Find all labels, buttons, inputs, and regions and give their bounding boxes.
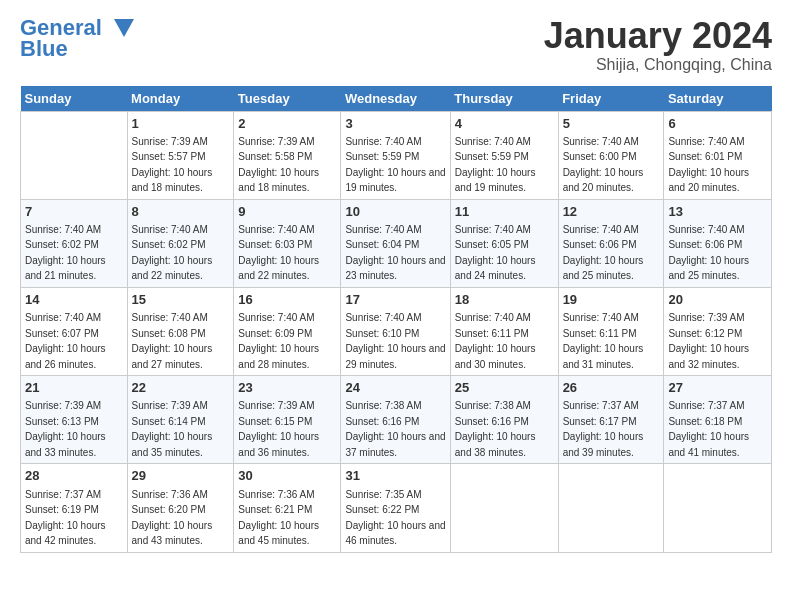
day-cell: 22Sunrise: 7:39 AMSunset: 6:14 PMDayligh… xyxy=(127,376,234,464)
day-cell: 15Sunrise: 7:40 AMSunset: 6:08 PMDayligh… xyxy=(127,287,234,375)
day-cell: 25Sunrise: 7:38 AMSunset: 6:16 PMDayligh… xyxy=(450,376,558,464)
day-info: Sunrise: 7:40 AMSunset: 6:10 PMDaylight:… xyxy=(345,312,445,370)
day-info: Sunrise: 7:38 AMSunset: 6:16 PMDaylight:… xyxy=(345,400,445,458)
day-cell: 19Sunrise: 7:40 AMSunset: 6:11 PMDayligh… xyxy=(558,287,664,375)
day-cell: 30Sunrise: 7:36 AMSunset: 6:21 PMDayligh… xyxy=(234,464,341,552)
day-cell: 5Sunrise: 7:40 AMSunset: 6:00 PMDaylight… xyxy=(558,111,664,199)
day-number: 31 xyxy=(345,467,445,485)
day-info: Sunrise: 7:39 AMSunset: 6:15 PMDaylight:… xyxy=(238,400,319,458)
day-number: 29 xyxy=(132,467,230,485)
day-number: 17 xyxy=(345,291,445,309)
day-number: 8 xyxy=(132,203,230,221)
week-row-1: 7Sunrise: 7:40 AMSunset: 6:02 PMDaylight… xyxy=(21,199,772,287)
day-cell: 31Sunrise: 7:35 AMSunset: 6:22 PMDayligh… xyxy=(341,464,450,552)
page-container: General Blue January 2024 Shijia, Chongq… xyxy=(0,0,792,563)
day-number: 23 xyxy=(238,379,336,397)
day-cell: 7Sunrise: 7:40 AMSunset: 6:02 PMDaylight… xyxy=(21,199,128,287)
svg-marker-0 xyxy=(114,19,134,37)
day-cell: 20Sunrise: 7:39 AMSunset: 6:12 PMDayligh… xyxy=(664,287,772,375)
week-row-2: 14Sunrise: 7:40 AMSunset: 6:07 PMDayligh… xyxy=(21,287,772,375)
day-number: 11 xyxy=(455,203,554,221)
day-info: Sunrise: 7:40 AMSunset: 5:59 PMDaylight:… xyxy=(345,136,445,194)
day-cell: 11Sunrise: 7:40 AMSunset: 6:05 PMDayligh… xyxy=(450,199,558,287)
day-number: 4 xyxy=(455,115,554,133)
day-number: 30 xyxy=(238,467,336,485)
day-cell: 16Sunrise: 7:40 AMSunset: 6:09 PMDayligh… xyxy=(234,287,341,375)
day-number: 16 xyxy=(238,291,336,309)
header-cell-thursday: Thursday xyxy=(450,86,558,112)
day-cell xyxy=(558,464,664,552)
day-info: Sunrise: 7:40 AMSunset: 6:11 PMDaylight:… xyxy=(455,312,536,370)
day-number: 18 xyxy=(455,291,554,309)
week-row-4: 28Sunrise: 7:37 AMSunset: 6:19 PMDayligh… xyxy=(21,464,772,552)
day-cell: 2Sunrise: 7:39 AMSunset: 5:58 PMDaylight… xyxy=(234,111,341,199)
day-info: Sunrise: 7:37 AMSunset: 6:17 PMDaylight:… xyxy=(563,400,644,458)
day-info: Sunrise: 7:36 AMSunset: 6:21 PMDaylight:… xyxy=(238,489,319,547)
day-cell: 3Sunrise: 7:40 AMSunset: 5:59 PMDaylight… xyxy=(341,111,450,199)
day-cell: 6Sunrise: 7:40 AMSunset: 6:01 PMDaylight… xyxy=(664,111,772,199)
day-cell: 18Sunrise: 7:40 AMSunset: 6:11 PMDayligh… xyxy=(450,287,558,375)
day-cell: 21Sunrise: 7:39 AMSunset: 6:13 PMDayligh… xyxy=(21,376,128,464)
day-info: Sunrise: 7:40 AMSunset: 6:06 PMDaylight:… xyxy=(563,224,644,282)
day-info: Sunrise: 7:40 AMSunset: 6:05 PMDaylight:… xyxy=(455,224,536,282)
day-info: Sunrise: 7:40 AMSunset: 6:06 PMDaylight:… xyxy=(668,224,749,282)
day-cell: 10Sunrise: 7:40 AMSunset: 6:04 PMDayligh… xyxy=(341,199,450,287)
day-number: 20 xyxy=(668,291,767,309)
title-block: January 2024 Shijia, Chongqing, China xyxy=(544,16,772,74)
day-cell: 12Sunrise: 7:40 AMSunset: 6:06 PMDayligh… xyxy=(558,199,664,287)
logo-icon xyxy=(106,17,134,39)
day-cell: 26Sunrise: 7:37 AMSunset: 6:17 PMDayligh… xyxy=(558,376,664,464)
day-number: 12 xyxy=(563,203,660,221)
week-row-0: 1Sunrise: 7:39 AMSunset: 5:57 PMDaylight… xyxy=(21,111,772,199)
logo: General Blue xyxy=(20,16,134,62)
day-cell: 29Sunrise: 7:36 AMSunset: 6:20 PMDayligh… xyxy=(127,464,234,552)
day-number: 22 xyxy=(132,379,230,397)
day-number: 9 xyxy=(238,203,336,221)
week-row-3: 21Sunrise: 7:39 AMSunset: 6:13 PMDayligh… xyxy=(21,376,772,464)
day-number: 26 xyxy=(563,379,660,397)
day-cell xyxy=(664,464,772,552)
day-cell: 4Sunrise: 7:40 AMSunset: 5:59 PMDaylight… xyxy=(450,111,558,199)
day-cell: 1Sunrise: 7:39 AMSunset: 5:57 PMDaylight… xyxy=(127,111,234,199)
day-number: 7 xyxy=(25,203,123,221)
day-number: 24 xyxy=(345,379,445,397)
day-info: Sunrise: 7:38 AMSunset: 6:16 PMDaylight:… xyxy=(455,400,536,458)
day-cell: 8Sunrise: 7:40 AMSunset: 6:02 PMDaylight… xyxy=(127,199,234,287)
day-info: Sunrise: 7:36 AMSunset: 6:20 PMDaylight:… xyxy=(132,489,213,547)
day-info: Sunrise: 7:39 AMSunset: 6:14 PMDaylight:… xyxy=(132,400,213,458)
page-header: General Blue January 2024 Shijia, Chongq… xyxy=(20,16,772,74)
day-info: Sunrise: 7:40 AMSunset: 6:08 PMDaylight:… xyxy=(132,312,213,370)
day-number: 25 xyxy=(455,379,554,397)
header-cell-tuesday: Tuesday xyxy=(234,86,341,112)
day-info: Sunrise: 7:40 AMSunset: 6:02 PMDaylight:… xyxy=(25,224,106,282)
day-cell xyxy=(21,111,128,199)
day-cell: 27Sunrise: 7:37 AMSunset: 6:18 PMDayligh… xyxy=(664,376,772,464)
day-number: 3 xyxy=(345,115,445,133)
day-info: Sunrise: 7:40 AMSunset: 6:11 PMDaylight:… xyxy=(563,312,644,370)
day-cell: 23Sunrise: 7:39 AMSunset: 6:15 PMDayligh… xyxy=(234,376,341,464)
day-info: Sunrise: 7:37 AMSunset: 6:18 PMDaylight:… xyxy=(668,400,749,458)
day-info: Sunrise: 7:40 AMSunset: 6:04 PMDaylight:… xyxy=(345,224,445,282)
day-number: 2 xyxy=(238,115,336,133)
day-info: Sunrise: 7:37 AMSunset: 6:19 PMDaylight:… xyxy=(25,489,106,547)
day-number: 21 xyxy=(25,379,123,397)
day-number: 1 xyxy=(132,115,230,133)
calendar-table: SundayMondayTuesdayWednesdayThursdayFrid… xyxy=(20,86,772,553)
day-cell: 24Sunrise: 7:38 AMSunset: 6:16 PMDayligh… xyxy=(341,376,450,464)
day-cell: 9Sunrise: 7:40 AMSunset: 6:03 PMDaylight… xyxy=(234,199,341,287)
day-number: 19 xyxy=(563,291,660,309)
day-info: Sunrise: 7:40 AMSunset: 6:01 PMDaylight:… xyxy=(668,136,749,194)
day-info: Sunrise: 7:39 AMSunset: 5:57 PMDaylight:… xyxy=(132,136,213,194)
header-cell-monday: Monday xyxy=(127,86,234,112)
day-info: Sunrise: 7:40 AMSunset: 6:07 PMDaylight:… xyxy=(25,312,106,370)
header-cell-sunday: Sunday xyxy=(21,86,128,112)
day-info: Sunrise: 7:40 AMSunset: 6:02 PMDaylight:… xyxy=(132,224,213,282)
day-cell: 17Sunrise: 7:40 AMSunset: 6:10 PMDayligh… xyxy=(341,287,450,375)
day-info: Sunrise: 7:40 AMSunset: 5:59 PMDaylight:… xyxy=(455,136,536,194)
day-number: 27 xyxy=(668,379,767,397)
day-cell: 14Sunrise: 7:40 AMSunset: 6:07 PMDayligh… xyxy=(21,287,128,375)
day-number: 6 xyxy=(668,115,767,133)
day-cell: 28Sunrise: 7:37 AMSunset: 6:19 PMDayligh… xyxy=(21,464,128,552)
day-number: 13 xyxy=(668,203,767,221)
day-number: 15 xyxy=(132,291,230,309)
